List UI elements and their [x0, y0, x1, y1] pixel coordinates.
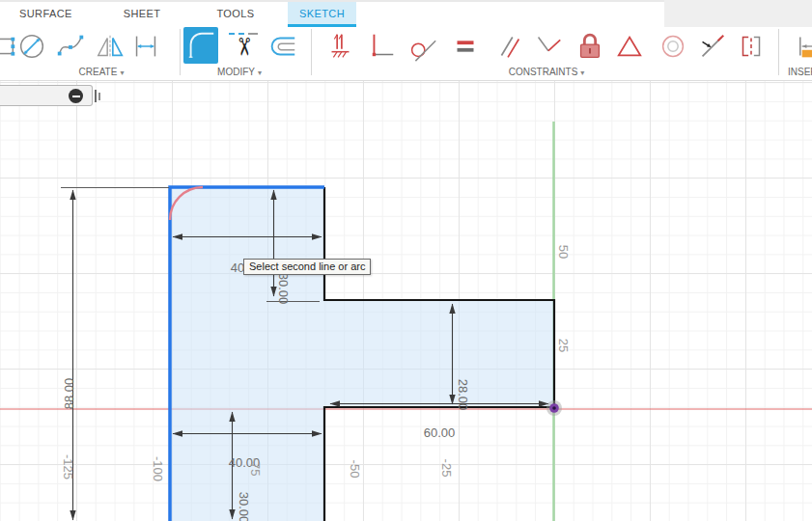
create-label-text: CREATE — [79, 67, 118, 77]
parallel-constraint-button[interactable] — [491, 28, 526, 64]
circle-diameter-tool-button[interactable] — [14, 28, 49, 64]
collapsed-panel-bar — [0, 85, 93, 106]
mirror-icon — [94, 30, 126, 63]
symmetry-constraint-button[interactable] — [734, 28, 769, 64]
tab-tools[interactable]: TOOLS — [215, 2, 256, 27]
constraints-label-text: CONSTRAINTS — [509, 67, 578, 77]
dimension-value-height-step[interactable]: 30.00 — [276, 273, 291, 305]
insert-icon — [797, 30, 812, 63]
triangle-constraint-button[interactable] — [612, 28, 647, 64]
x-axis-label--100: -100 — [151, 456, 165, 481]
point-on-line-constraint-icon — [695, 30, 728, 63]
coincident-constraint-icon — [531, 30, 564, 63]
offset-icon — [266, 30, 298, 63]
tab-sketch[interactable]: SKETCH — [288, 2, 356, 27]
modify-label-text: MODIFY — [217, 67, 255, 77]
dimension-icon — [129, 30, 162, 63]
collapse-minus-icon[interactable] — [69, 89, 83, 103]
point-on-line-constraint-button[interactable] — [694, 28, 729, 64]
constraints-group-label[interactable]: CONSTRAINTS▾ — [493, 66, 600, 79]
panel-drag-handle[interactable] — [98, 93, 100, 100]
trim-tool-button[interactable]: ✂ — [227, 28, 262, 64]
tab-surface[interactable]: SURFACE — [19, 2, 68, 27]
insert-tool-button[interactable] — [796, 28, 812, 64]
toolbar-divider — [311, 29, 312, 75]
modify-group-label[interactable]: MODIFY▾ — [196, 66, 283, 79]
x-axis-label--125: -125 — [61, 454, 75, 480]
tangent-constraint-icon — [406, 30, 438, 63]
trim-dashed-line-icon — [229, 33, 244, 35]
create-group-label[interactable]: CREATE▾ — [58, 66, 145, 79]
sketch-geometry — [0, 81, 812, 521]
toolbar-tabs: SURFACE SHEET METAL TOOLS SKETCH — [0, 0, 812, 27]
x-axis-label--25: -25 — [439, 459, 454, 478]
lock-icon — [574, 30, 606, 63]
sketch-canvas[interactable]: 88.00 40.00 30.00 28.00 60.00 40.00 30.0… — [0, 81, 812, 521]
parallel-constraint-icon — [492, 30, 525, 63]
symmetry-constraint-icon — [735, 30, 768, 63]
fix-unfix-constraint-button[interactable] — [573, 28, 607, 64]
y-axis-label-25: 25 — [556, 339, 571, 352]
tangent-constraint-button[interactable] — [405, 28, 439, 64]
dimension-value-height-arm[interactable]: 28.00 — [456, 379, 470, 411]
dimension-value-height-bottom[interactable]: 30.00 — [237, 492, 251, 521]
concentric-constraint-icon — [657, 30, 689, 63]
sketch-dimension-tool-button[interactable] — [128, 28, 163, 64]
perpendicular-constraint-icon — [365, 30, 398, 63]
perpendicular-constraint-button[interactable] — [364, 28, 399, 64]
dropdown-arrow-icon: ▾ — [120, 69, 124, 77]
triangle-icon — [613, 30, 646, 63]
horizontal-vertical-constraint-button[interactable] — [322, 28, 357, 64]
trim-solid-line-icon — [248, 33, 258, 35]
concentric-constraint-button[interactable] — [656, 28, 690, 64]
mirror-tool-button[interactable] — [93, 28, 127, 64]
tab-sheet-metal[interactable]: SHEET METAL — [105, 2, 179, 27]
dropdown-arrow-icon: ▾ — [258, 69, 262, 77]
panel-drag-handle[interactable] — [95, 90, 97, 102]
equal-constraint-icon — [449, 30, 482, 63]
tabbar-empty-area — [664, 0, 812, 27]
x-axis-label--50: -50 — [348, 460, 362, 479]
spline-icon — [54, 30, 87, 63]
x-axis-label--75: -75 — [248, 458, 263, 477]
status-tooltip: Select second line or arc — [243, 259, 371, 275]
fillet-icon — [184, 29, 217, 62]
fusion-sketch-window: SURFACE SHEET METAL TOOLS SKETCH — [0, 0, 812, 521]
spline-tool-button[interactable] — [53, 28, 88, 64]
horizontal-vertical-constraint-icon — [323, 30, 356, 63]
insert-label-text: INSERT — [788, 67, 812, 77]
equal-constraint-button[interactable] — [448, 28, 483, 64]
offset-tool-button[interactable] — [265, 28, 299, 64]
toolbar-divider — [778, 29, 779, 75]
dimension-value-height-left[interactable]: 88.00 — [62, 378, 76, 410]
dropdown-arrow-icon: ▾ — [580, 69, 584, 77]
dimension-value-width-arm[interactable]: 60.00 — [424, 425, 456, 440]
toolbar-divider — [180, 29, 181, 75]
main-toolbar: ✂ — [0, 27, 812, 81]
coincident-constraint-button[interactable] — [530, 28, 565, 64]
y-axis-label-50: 50 — [556, 245, 571, 259]
insert-group-label[interactable]: INSERT — [788, 66, 812, 79]
scissors-icon: ✂ — [230, 37, 258, 57]
fillet-tool-button[interactable] — [183, 27, 218, 64]
origin-point[interactable] — [546, 400, 562, 416]
circle-diameter-icon — [15, 30, 48, 63]
